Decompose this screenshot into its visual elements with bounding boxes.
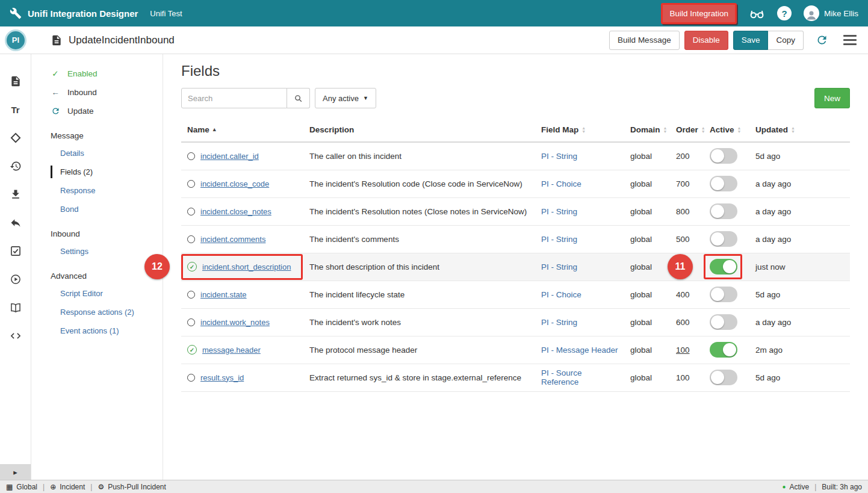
field-map-link[interactable]: PI - String bbox=[541, 235, 577, 244]
sidebar-item-fields[interactable]: Fields (2) bbox=[31, 163, 163, 181]
table-row-short-description[interactable]: ✓ incident.short_description 12 The shor… bbox=[181, 253, 850, 281]
copy-button[interactable]: Copy bbox=[768, 31, 804, 50]
sidebar-item-details[interactable]: Details bbox=[31, 144, 163, 163]
new-button[interactable]: New bbox=[814, 88, 850, 108]
column-header-active[interactable]: Active▲▼ bbox=[705, 118, 751, 142]
build-integration-button[interactable]: Build Integration bbox=[663, 5, 735, 22]
user-menu[interactable]: Mike Ellis bbox=[804, 5, 858, 21]
status-bar: ▦ Global | ⊕ Incident | ⚙ Push-Pull Inci… bbox=[0, 480, 868, 493]
refresh-icon[interactable] bbox=[816, 34, 828, 46]
integration-label[interactable]: Push-Pull Incident bbox=[108, 483, 166, 491]
field-name-link[interactable]: result.sys_id bbox=[200, 373, 244, 382]
save-copy-group: Save Copy bbox=[733, 31, 804, 50]
history-icon[interactable] bbox=[9, 160, 22, 173]
workspace-name[interactable]: Unifi Test bbox=[150, 9, 182, 18]
table-row[interactable]: incident.work_notes The incident's work … bbox=[181, 308, 850, 336]
sidebar-item-event-actions[interactable]: Event actions (1) bbox=[31, 321, 163, 340]
statusbar-left: ▦ Global | ⊕ Incident | ⚙ Push-Pull Inci… bbox=[6, 483, 166, 491]
code-icon[interactable] bbox=[9, 329, 22, 343]
field-map-link[interactable]: PI - Choice bbox=[541, 179, 581, 188]
search-button[interactable] bbox=[287, 88, 310, 108]
active-toggle[interactable] bbox=[710, 203, 737, 219]
field-domain: global bbox=[625, 197, 671, 225]
sort-icon: ▲▼ bbox=[791, 126, 795, 134]
book-icon[interactable] bbox=[9, 301, 22, 314]
download-icon[interactable] bbox=[9, 188, 22, 201]
header-actions: Build Message Disable Save Copy bbox=[609, 31, 858, 50]
column-header-description[interactable]: Description bbox=[305, 118, 536, 142]
field-name-link[interactable]: incident.state bbox=[200, 290, 247, 299]
field-order: 400 bbox=[671, 281, 705, 308]
table-row[interactable]: incident.comments The incident's comment… bbox=[181, 225, 850, 253]
active-toggle[interactable] bbox=[710, 176, 737, 191]
sidebar-item-settings[interactable]: Settings bbox=[31, 242, 163, 261]
disable-button[interactable]: Disable bbox=[684, 31, 728, 50]
field-map-link[interactable]: PI - String bbox=[541, 318, 577, 327]
glasses-icon[interactable] bbox=[749, 5, 765, 22]
active-toggle[interactable] bbox=[710, 342, 737, 358]
undo-icon[interactable] bbox=[9, 216, 22, 229]
field-map-link[interactable]: PI - String bbox=[541, 152, 577, 161]
field-name-link[interactable]: incident.short_description bbox=[202, 262, 291, 271]
build-message-button[interactable]: Build Message bbox=[609, 31, 680, 50]
tasks-icon[interactable] bbox=[9, 244, 22, 258]
field-order: 800 bbox=[671, 197, 705, 225]
field-name-link[interactable]: message.header bbox=[202, 346, 261, 355]
sidebar-item-bond[interactable]: Bond bbox=[31, 200, 163, 219]
sidebar-item-response-actions[interactable]: Response actions (2) bbox=[31, 303, 163, 321]
table-row[interactable]: result.sys_id Extract returned sys_id & … bbox=[181, 364, 850, 391]
app-icon[interactable]: ⊕ bbox=[50, 483, 56, 491]
sidebar-item-inbound-flag[interactable]: ← Inbound bbox=[31, 83, 163, 102]
active-toggle[interactable] bbox=[710, 148, 737, 164]
field-name-link[interactable]: incident.close_code bbox=[200, 179, 269, 188]
pi-avatar[interactable]: PI bbox=[5, 29, 26, 51]
column-header-name[interactable]: Name▲ bbox=[181, 118, 305, 142]
field-map-link[interactable]: PI - String bbox=[541, 207, 577, 216]
active-filter-dropdown[interactable]: Any active ▼ bbox=[315, 88, 376, 108]
sort-icon: ▲▼ bbox=[581, 126, 586, 134]
search-input[interactable] bbox=[181, 88, 287, 108]
active-toggle[interactable] bbox=[710, 314, 737, 330]
table-row[interactable]: ✓message.header The protocol message hea… bbox=[181, 336, 850, 364]
table-row[interactable]: incident.state The incident lifecycle st… bbox=[181, 281, 850, 308]
play-icon[interactable] bbox=[9, 273, 22, 286]
side-navigation: ✓ Enabled ← Inbound Update Message Detai… bbox=[31, 54, 163, 480]
active-status-icon: ✓ bbox=[187, 345, 197, 355]
table-row[interactable]: incident.caller_id The caller on this in… bbox=[181, 142, 850, 170]
field-map-link[interactable]: PI - Choice bbox=[541, 290, 581, 299]
field-name-link[interactable]: incident.work_notes bbox=[200, 318, 270, 327]
sidebar-item-script-editor[interactable]: Script Editor bbox=[31, 284, 163, 303]
app-label[interactable]: Incident bbox=[60, 483, 85, 491]
help-icon[interactable]: ? bbox=[777, 6, 792, 20]
text-icon[interactable]: Tr bbox=[9, 103, 22, 116]
field-map-link[interactable]: PI - Source Reference bbox=[541, 368, 582, 386]
save-button[interactable]: Save bbox=[733, 31, 769, 50]
column-header-domain[interactable]: Domain▲▼ bbox=[625, 118, 671, 142]
gear-icon[interactable]: ⚙ bbox=[98, 483, 104, 491]
field-name-link[interactable]: incident.comments bbox=[200, 235, 265, 244]
column-header-order[interactable]: Order▲▼ bbox=[671, 118, 705, 142]
diamond-icon[interactable] bbox=[9, 131, 22, 144]
active-toggle[interactable] bbox=[710, 259, 737, 274]
field-domain: global bbox=[625, 170, 671, 197]
sidebar-item-update[interactable]: Update bbox=[31, 102, 163, 120]
check-icon: ✓ bbox=[51, 69, 60, 78]
column-header-updated[interactable]: Updated▲▼ bbox=[751, 118, 850, 142]
field-name-link[interactable]: incident.close_notes bbox=[200, 207, 271, 216]
column-header-field-map[interactable]: Field Map▲▼ bbox=[536, 118, 625, 142]
grid-icon[interactable]: ▦ bbox=[6, 483, 13, 491]
active-toggle[interactable] bbox=[710, 287, 737, 302]
sidebar-item-response[interactable]: Response bbox=[31, 181, 163, 200]
scope-label[interactable]: Global bbox=[16, 483, 37, 491]
active-toggle[interactable] bbox=[710, 370, 737, 385]
field-map-link[interactable]: PI - String bbox=[541, 262, 577, 271]
field-map-link[interactable]: PI - Message Header bbox=[541, 346, 618, 355]
active-toggle[interactable] bbox=[710, 231, 737, 247]
table-row[interactable]: incident.close_code The incident's Resol… bbox=[181, 170, 850, 197]
table-row[interactable]: incident.close_notes The incident's Reso… bbox=[181, 197, 850, 225]
sidebar-item-enabled[interactable]: ✓ Enabled bbox=[31, 64, 163, 83]
field-name-link[interactable]: incident.caller_id bbox=[200, 152, 259, 161]
menu-icon[interactable] bbox=[842, 33, 858, 47]
rail-collapse-button[interactable]: ▸ bbox=[0, 464, 31, 480]
document-icon[interactable] bbox=[9, 75, 22, 88]
